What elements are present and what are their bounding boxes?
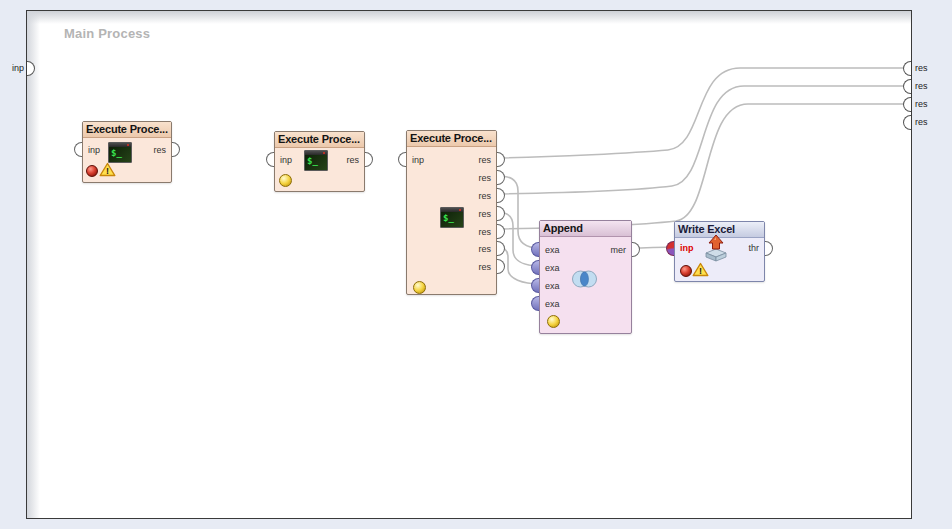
process-result-label-4: res (915, 117, 928, 128)
process-result-label-3: res (915, 99, 928, 110)
append-exa-port-2[interactable] (531, 260, 539, 275)
terminal-titlebar (441, 208, 463, 212)
terminal-icon: $_ (108, 142, 132, 163)
port-label-res: res (478, 173, 491, 183)
operator-write-excel[interactable]: Write Excel ! inp thr (674, 221, 765, 282)
process-result-port-2[interactable] (903, 79, 911, 94)
breakpoint-ball-icon (279, 174, 292, 187)
execute-process-1-inp-port[interactable] (74, 142, 82, 157)
process-result-label-1: res (915, 63, 928, 74)
port-label-res: res (478, 227, 491, 237)
operator-execute-process-2[interactable]: Execute Proce... $_ inp res (274, 131, 365, 192)
warning-triangle-icon: ! (99, 162, 116, 177)
canvas-top-shadow (27, 11, 911, 24)
canvas-left-shadow (27, 11, 40, 518)
svg-text:!: ! (106, 166, 109, 176)
terminal-icon: $_ (440, 207, 464, 228)
terminal-close-dot (323, 152, 325, 154)
process-result-label-2: res (915, 81, 928, 92)
terminal-icon: $_ (304, 150, 328, 171)
port-label-exa: exa (545, 299, 560, 309)
port-label-thr: thr (748, 243, 759, 253)
execute-process-3-inp-port[interactable] (398, 152, 406, 167)
port-label-res: res (153, 145, 166, 155)
port-label-res: res (478, 191, 491, 201)
port-label-exa: exa (545, 281, 560, 291)
breakpoint-ball-icon (547, 315, 560, 328)
port-label-mer: mer (611, 245, 627, 255)
port-label-inp: inp (412, 155, 424, 165)
port-label-res: res (478, 155, 491, 165)
process-title: Main Process (64, 26, 150, 41)
port-label-res: res (478, 262, 491, 272)
process-panel: Main Process inp res res res res Execute… (0, 0, 952, 529)
operator-execute-process-1[interactable]: Execute Proce... $_ ! inp res (82, 121, 172, 183)
operator-append[interactable]: Append exa exa exa exa mer (539, 220, 632, 334)
terminal-close-dot (459, 209, 461, 211)
error-ball-icon (86, 165, 98, 177)
port-label-inp: inp (680, 243, 694, 253)
port-label-inp: inp (280, 155, 292, 165)
execute-process-2-inp-port[interactable] (266, 152, 274, 167)
svg-text:!: ! (699, 266, 702, 276)
process-input-port-label: inp (6, 63, 24, 74)
terminal-prompt-text: $_ (109, 147, 131, 162)
port-label-res: res (346, 155, 359, 165)
venn-icon (570, 269, 599, 289)
port-label-exa: exa (545, 263, 560, 273)
operator-execute-process-3[interactable]: Execute Proce... $_ inp res res res res … (406, 130, 497, 295)
operator-title: Execute Proce... (275, 132, 364, 148)
operator-title: Append (540, 221, 631, 237)
terminal-prompt-text: $_ (305, 155, 327, 170)
operator-title: Execute Proce... (407, 131, 496, 147)
port-label-exa: exa (545, 245, 560, 255)
append-exa-port-4[interactable] (531, 296, 539, 311)
operator-title: Execute Proce... (83, 122, 171, 138)
append-exa-port-1[interactable] (531, 242, 539, 257)
process-result-port-4[interactable] (903, 115, 911, 130)
terminal-titlebar (109, 143, 131, 147)
terminal-titlebar (305, 151, 327, 155)
warning-triangle-icon: ! (692, 262, 709, 277)
append-exa-port-3[interactable] (531, 278, 539, 293)
terminal-close-dot (127, 144, 129, 146)
port-label-res: res (478, 209, 491, 219)
export-icon (704, 234, 728, 262)
error-ball-icon (680, 265, 692, 277)
process-result-port-1[interactable] (903, 61, 911, 76)
terminal-prompt-text: $_ (441, 212, 463, 227)
write-excel-inp-port[interactable] (666, 241, 674, 256)
breakpoint-ball-icon (413, 281, 426, 294)
process-result-port-3[interactable] (903, 97, 911, 112)
port-label-inp: inp (88, 145, 100, 155)
port-label-res: res (478, 244, 491, 254)
